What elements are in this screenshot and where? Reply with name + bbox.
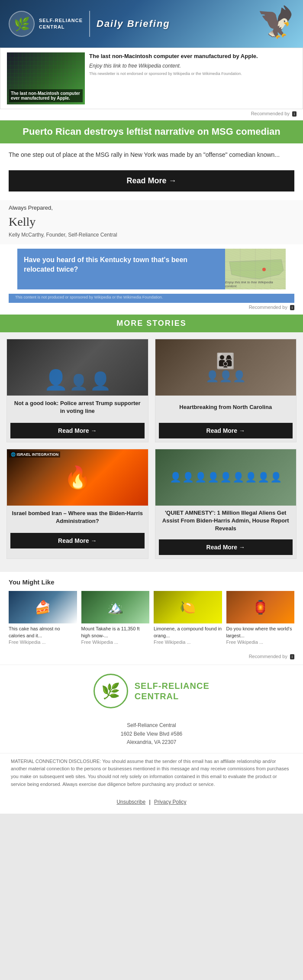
svg-point-7 [262,268,266,271]
footer-brand-line1: SELF-RELIANCE [135,681,210,691]
yml-item-1: 🍰 This cake has almost no calories and i… [9,591,77,646]
you-might-like-section: You Might Like 🍰 This cake has almost no… [0,572,303,652]
main-content: Puerto Rican destroys leftist narrative … [0,120,303,315]
logo-divider [89,11,90,37]
story-card-3: 🔥 🌐 ISRAEL INTEGRATION Israel bombed Ira… [6,449,148,559]
story-card-4: 👤👤👤 👤👤👤 👤👤👤 'QUIET AMNESTY': 1 Million I… [155,449,297,559]
yml-text-1: This cake has almost no calories and it.… [9,626,77,646]
more-stories-title: MORE STORIES [9,319,294,328]
yml-text-2: Mount Takahe is a 11,350 ft high snow-..… [81,626,150,646]
recommended-bar-2: Recommended by i [0,303,303,315]
always-prepared-text: Always Prepared, [9,204,294,211]
footer-address-line2: 1602 Belle View Blvd #586 [9,730,294,738]
story-read-more-3[interactable]: Read More → [10,533,145,548]
ad2-text: Have you heard of this Kentucky town tha… [17,249,225,289]
article-excerpt: The one step out of place at the MSG ral… [0,143,303,166]
read-more-button-main[interactable]: Read More → [9,170,294,191]
footer-links: Unsubscribe | Privacy Policy [0,795,303,814]
fire-icon: 🔥 [7,449,148,506]
footer-brand-line2: CENTRAL [135,691,210,701]
privacy-policy-link[interactable]: Privacy Policy [154,799,187,805]
headline-bar: Puerto Rican destroys leftist narrative … [0,120,303,143]
logo-text: SELF-RELIANCE CENTRAL [39,17,83,31]
header-logo-area: 🌿 SELF-RELIANCE CENTRAL Daily Briefing [9,11,170,37]
footer-logo-area: 🌿 SELF-RELIANCE CENTRAL [0,665,303,717]
stories-row-2: 🔥 🌐 ISRAEL INTEGRATION Israel bombed Ira… [6,449,297,559]
yml-text-3: Limonene, a compound found in orang... F… [154,626,222,646]
stories-grid: 👤 👤 👤 Not a good look: Police arrest Tru… [0,332,303,572]
story-image-1: 👤 👤 👤 [7,339,148,396]
header-banner: 🌿 SELF-RELIANCE CENTRAL Daily Briefing 🦅 [0,0,303,48]
footer-separator: | [149,799,150,805]
story-title-4: 'QUIET AMNESTY': 1 Million Illegal Alien… [155,506,297,536]
story-title-2: Heartbreaking from North Carolina [155,396,297,419]
story-image-2: 👨‍👩‍👦 👤👤👤 [155,339,297,396]
recommended-bar-1: Recommended by i [0,109,303,120]
story-image-4: 👤👤👤 👤👤👤 👤👤👤 [155,449,297,506]
yml-item-3: 🍋 Limonene, a compound found in orang...… [154,591,222,646]
recommended-bar-3: Recommended by i [0,652,303,665]
story-read-more-2[interactable]: Read More → [159,423,293,438]
story-title-1: Not a good look: Police arrest Trump sup… [7,396,148,419]
ad1-text-block: The last non-Macintosh computer ever man… [89,52,296,104]
yml-image-4: 🏮 [226,591,295,623]
footer-address: Self-Reliance Central 1602 Belle View Bl… [0,717,303,753]
rec-icon-1: i [292,111,297,117]
yml-image-2: 🏔️ [81,591,150,623]
yml-grid: 🍰 This cake has almost no calories and i… [9,591,294,646]
yml-title: You Might Like [9,578,294,586]
yml-image-1: 🍰 [9,591,77,623]
ad1-overlay-title: The last non-Macintosh computer ever man… [11,91,81,101]
story-read-more-4[interactable]: Read More → [159,539,293,555]
ad2-map-image: Enjoy this link to free Wikipedia conten… [225,249,286,289]
main-headline: Puerto Rican destroys leftist narrative … [9,126,294,138]
logo-badge: 🌿 [9,11,35,37]
ad1-subtitle: Enjoy this link to free Wikipedia conten… [89,63,296,69]
migrants-icons: 👤👤👤 👤👤👤 👤👤👤 [155,449,297,506]
yml-item-4: 🏮 Do you know where the world's largest.… [226,591,295,646]
footer-address-line1: Self-Reliance Central [9,721,294,730]
unsubscribe-link[interactable]: Unsubscribe [116,799,145,805]
yml-image-3: 🍋 [154,591,222,623]
footer-disclosure-text: MATERIAL CONNECTION DISCLOSURE: You shou… [11,759,289,787]
stories-row-1: 👤 👤 👤 Not a good look: Police arrest Tru… [6,339,297,442]
signature-scribble: Kelly [9,214,294,229]
ad1-title: The last non-Macintosh computer ever man… [89,52,296,60]
daily-briefing-title: Daily Briefing [97,18,170,29]
rec-icon-3: i [290,654,294,659]
ad1-disclaimer: This newsletter is not endorsed or spons… [89,71,296,76]
yml-text-4: Do you know where the world's largest...… [226,626,295,646]
footer-address-line3: Alexandria, VA 22307 [9,738,294,746]
eagle-icon: 🦅 [257,4,294,40]
footer-disclosure: MATERIAL CONNECTION DISCLOSURE: You shou… [0,753,303,795]
signature-area: Always Prepared, Kelly Kelly McCarthy, F… [0,200,303,244]
story-card-1: 👤 👤 👤 Not a good look: Police arrest Tru… [6,339,148,442]
ad-block-1: The last non-Macintosh computer ever man… [0,48,303,109]
signature-name: Kelly McCarthy, Founder, Self-Reliance C… [9,232,294,238]
logo-icon: 🌿 [14,16,30,32]
story-title-3: Israel bombed Iran – Where was the Biden… [7,506,148,529]
more-stories-bar: MORE STORIES [0,315,303,332]
yml-item-2: 🏔️ Mount Takahe is a 11,350 ft high snow… [81,591,150,646]
story-image-3: 🔥 🌐 ISRAEL INTEGRATION [7,449,148,506]
footer-logo-icon: 🌿 [93,674,128,708]
story-read-more-1[interactable]: Read More → [10,423,145,438]
ad2-disclaimer: This content is not produced or sponsore… [9,294,294,303]
story-card-2: 👨‍👩‍👦 👤👤👤 Heartbreaking from North Carol… [155,339,297,442]
ad-block-2: Have you heard of this Kentucky town tha… [17,249,286,289]
footer-logo-text: SELF-RELIANCE CENTRAL [135,681,210,701]
ad1-image: The last non-Macintosh computer ever man… [7,52,85,104]
rec-icon-2: i [290,305,294,310]
